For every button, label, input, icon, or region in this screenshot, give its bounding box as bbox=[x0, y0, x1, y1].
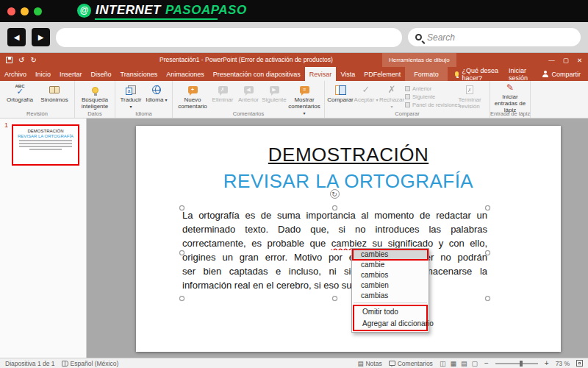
tab-vista[interactable]: Vista bbox=[336, 67, 359, 81]
comment-bubble-icon bbox=[389, 361, 395, 366]
translate-button[interactable]: Traducir ▾ bbox=[118, 82, 143, 110]
slideshow-view-icon[interactable]: ▢ bbox=[471, 360, 478, 367]
slide-counter: Diapositiva 1 de 1 bbox=[5, 360, 55, 367]
reject-button[interactable]: ✗ Rechazar ▾ bbox=[379, 82, 404, 110]
ribbon-group-revision: ABC✓ Ortografía Sinónimos Revisión bbox=[0, 81, 75, 118]
zoom-slider[interactable] bbox=[495, 363, 538, 364]
menu-separator bbox=[354, 302, 427, 303]
resize-handle[interactable] bbox=[485, 205, 490, 210]
slide-sorter-view-icon[interactable]: ▦ bbox=[450, 360, 456, 367]
pen-icon: ✎ bbox=[506, 84, 514, 93]
proofing-status[interactable]: Español (México) bbox=[62, 360, 119, 367]
ignore-all-menu-item[interactable]: Omitir todo bbox=[354, 306, 426, 318]
minimize-icon[interactable]: — bbox=[548, 57, 555, 64]
group-label-lapiz: Entrada de lápiz bbox=[490, 110, 530, 117]
resize-handle[interactable] bbox=[332, 296, 337, 301]
back-button[interactable]: ◀ bbox=[7, 28, 26, 46]
slide-title[interactable]: DEMOSTRACIÓN bbox=[136, 144, 561, 166]
suggestion-cambios[interactable]: cambios bbox=[353, 270, 428, 280]
close-dot[interactable] bbox=[7, 7, 15, 15]
previous-change-button[interactable]: Anterior bbox=[405, 85, 452, 92]
misspelled-word[interactable]: cambiez bbox=[331, 238, 367, 249]
redo-icon[interactable]: ↻ bbox=[30, 56, 36, 64]
smart-lookup-button[interactable]: Búsqueda inteligente bbox=[78, 82, 112, 110]
accept-button[interactable]: ✓ Aceptar ▾ bbox=[354, 82, 379, 104]
slide-thumbnail[interactable]: DEMOSTRACIÓN REVISAR LA ORTOGRAFÍA bbox=[12, 124, 79, 166]
next-change-icon bbox=[405, 94, 410, 99]
compare-button[interactable]: Comparar bbox=[328, 82, 353, 104]
tab-inicio[interactable]: Inicio bbox=[31, 67, 55, 81]
language-button[interactable]: Idioma ▾ bbox=[144, 82, 169, 104]
add-to-dictionary-menu-item[interactable]: Agregar al diccionario bbox=[354, 318, 426, 330]
zoom-dot[interactable] bbox=[34, 7, 42, 15]
resize-handle[interactable] bbox=[179, 250, 184, 255]
tab-archivo[interactable]: Archivo bbox=[0, 67, 31, 81]
next-change-button[interactable]: Siguiente bbox=[405, 93, 452, 100]
thesaurus-button[interactable]: Sinónimos bbox=[37, 82, 71, 104]
thumbnail-text-line bbox=[19, 143, 72, 144]
spelling-icon: ABC✓ bbox=[15, 84, 25, 96]
body-textbox[interactable]: ↻ La ortografía es de suma importancia a… bbox=[182, 208, 487, 298]
slide-thumbnail-panel: 1 DEMOSTRACIÓN REVISAR LA ORTOGRAFÍA bbox=[0, 118, 87, 358]
slide-subtitle[interactable]: REVISAR LA ORTOGRAFÍA bbox=[136, 170, 561, 193]
suggestion-cambie[interactable]: cambie bbox=[353, 260, 428, 270]
resize-handle[interactable] bbox=[485, 296, 490, 301]
zoom-in-button[interactable]: + bbox=[545, 359, 549, 367]
tab-revisar[interactable]: Revisar bbox=[305, 67, 337, 81]
delete-comment-icon: ✗ bbox=[218, 84, 228, 96]
search-input[interactable] bbox=[427, 32, 573, 43]
close-icon[interactable]: ✕ bbox=[577, 57, 582, 64]
address-bar[interactable] bbox=[56, 28, 402, 47]
fit-to-window-icon[interactable] bbox=[576, 360, 583, 367]
tell-me-box[interactable]: ¿Qué desea hacer? bbox=[455, 67, 509, 81]
spelling-button[interactable]: ABC✓ Ortografía bbox=[3, 82, 37, 104]
zoom-percent[interactable]: 73 % bbox=[556, 360, 570, 367]
reviewing-pane-button[interactable]: Panel de revisiones bbox=[405, 102, 452, 108]
share-button[interactable]: Compartir bbox=[542, 71, 581, 78]
suggestion-cambies[interactable]: cambies bbox=[353, 250, 428, 260]
save-icon[interactable] bbox=[6, 57, 12, 63]
search-box[interactable] bbox=[408, 28, 581, 46]
next-comment-button[interactable]: ▶ Siguiente bbox=[262, 82, 287, 104]
delete-comment-button[interactable]: ✗ Eliminar bbox=[210, 82, 235, 104]
resize-handle[interactable] bbox=[179, 296, 184, 301]
group-label-comparar: Comparar bbox=[325, 110, 490, 117]
thumbnail-title: DEMOSTRACIÓN bbox=[16, 129, 75, 133]
powerpoint-titlebar: ↺ ↻ Presentación1 - PowerPoint (Error de… bbox=[0, 53, 588, 67]
tab-insertar[interactable]: Insertar bbox=[55, 67, 87, 81]
comments-button[interactable]: Comentarios bbox=[389, 360, 433, 367]
tab-pdfelement[interactable]: PDFelement bbox=[359, 67, 405, 81]
zoom-out-button[interactable]: − bbox=[484, 359, 489, 367]
suggestion-cambien[interactable]: cambien bbox=[353, 280, 428, 291]
sign-in-button[interactable]: Iniciar sesión bbox=[509, 67, 530, 82]
start-inking-button[interactable]: ✎ Iniciar entradas de lápiz bbox=[493, 82, 527, 114]
previous-comment-button[interactable]: ◀ Anterior bbox=[236, 82, 261, 104]
restore-icon[interactable]: ▢ bbox=[563, 57, 569, 64]
previous-change-icon bbox=[405, 86, 410, 91]
forward-button[interactable]: ▶ bbox=[32, 28, 50, 46]
group-label-datos: Datos bbox=[75, 110, 115, 117]
tab-transiciones[interactable]: Transiciones bbox=[116, 67, 162, 81]
resize-handle[interactable] bbox=[332, 205, 337, 210]
minimize-dot[interactable] bbox=[21, 7, 29, 15]
chevron-down-icon: ▾ bbox=[390, 105, 392, 109]
resize-handle[interactable] bbox=[485, 250, 490, 255]
undo-icon[interactable]: ↺ bbox=[18, 56, 24, 64]
tab-presentacion[interactable]: Presentación con diapositivas bbox=[209, 67, 305, 81]
normal-view-icon[interactable]: ◫ bbox=[440, 360, 446, 367]
thumbnail-text-line bbox=[29, 149, 62, 150]
suggestion-cambias[interactable]: cambias bbox=[353, 291, 428, 301]
rotate-handle[interactable]: ↻ bbox=[330, 189, 340, 199]
end-review-button[interactable]: ✗ Terminar revisión bbox=[453, 82, 487, 110]
search-icon bbox=[415, 34, 422, 40]
tab-animaciones[interactable]: Animaciones bbox=[162, 67, 209, 81]
reading-view-icon[interactable]: ▤ bbox=[461, 360, 467, 367]
screen: @ INTERNET PASOAPASO ◀ ▶ ↺ ↻ Presentació… bbox=[0, 0, 588, 368]
tab-formato[interactable]: Formato bbox=[405, 67, 448, 81]
slide[interactable]: DEMOSTRACIÓN REVISAR LA ORTOGRAFÍA ↻ La … bbox=[136, 126, 561, 352]
resize-handle[interactable] bbox=[179, 205, 184, 210]
tab-diseno[interactable]: Diseño bbox=[87, 67, 116, 81]
notes-button[interactable]: ▤ Notas bbox=[357, 360, 381, 367]
new-comment-button[interactable]: + Nuevo comentario bbox=[176, 82, 209, 110]
zoom-slider-thumb[interactable] bbox=[520, 361, 523, 367]
